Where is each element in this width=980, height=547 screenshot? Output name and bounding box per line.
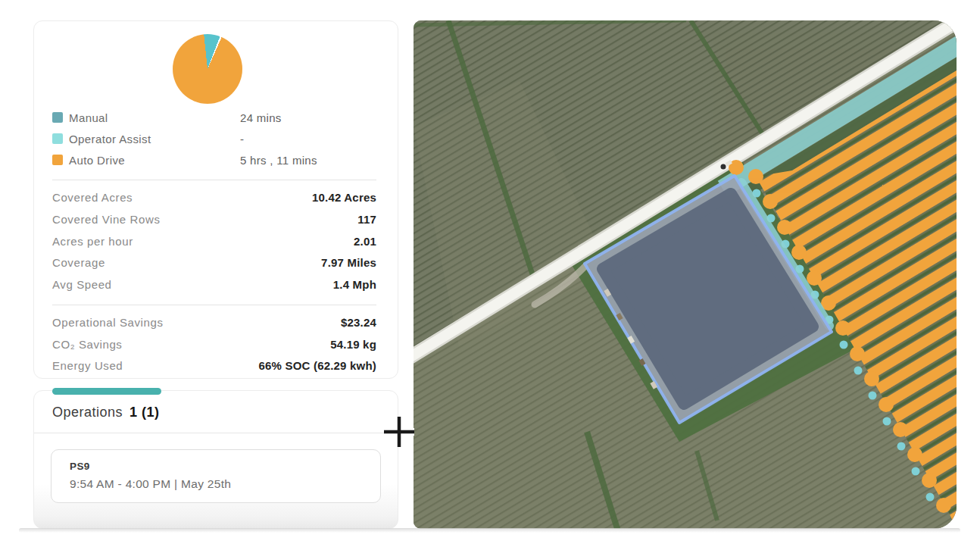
legend-swatch-auto-drive <box>52 155 63 165</box>
operations-panel: Operations1 (1) PS9 9:54 AM - 4:00 PM | … <box>33 390 398 529</box>
legend-value: 24 mins <box>240 111 282 124</box>
stat-label: Energy Used <box>52 359 123 372</box>
operation-card[interactable]: PS9 9:54 AM - 4:00 PM | May 25th <box>51 449 381 503</box>
stat-value: 7.97 Miles <box>321 256 376 269</box>
stat-label: Coverage <box>52 256 105 269</box>
divider <box>52 305 376 305</box>
satellite-map <box>414 20 957 529</box>
legend-swatch-manual <box>52 112 63 123</box>
legend-value: - <box>240 133 244 145</box>
stat-value: 66% SOC (62.29 kwh) <box>258 359 376 372</box>
stat-row-energy-used: Energy Used 66% SOC (62.29 kwh) <box>34 359 398 374</box>
stat-value: 2.01 <box>354 235 376 248</box>
stat-row-covered-acres: Covered Acres 10.42 Acres <box>34 191 398 206</box>
stat-row-co2-savings: CO₂ Savings 54.19 kg <box>34 338 398 353</box>
stat-value: 1.4 Mph <box>333 278 376 291</box>
legend-item-manual: Manual 24 mins <box>34 110 398 127</box>
stat-row-covered-vine-rows: Covered Vine Rows 117 <box>34 213 398 228</box>
operation-schedule: 9:54 AM - 4:00 PM | May 25th <box>70 477 231 491</box>
stat-row-operational-savings: Operational Savings $23.24 <box>34 316 398 331</box>
divider <box>34 433 398 433</box>
operations-count: 1 (1) <box>130 405 160 420</box>
stat-row-coverage: Coverage 7.97 Miles <box>34 256 398 271</box>
drive-mode-pie-chart <box>173 34 242 104</box>
operation-name: PS9 <box>70 461 90 472</box>
legend-label: Operator Assist <box>69 133 151 145</box>
legend-swatch-operator-assist <box>52 133 63 144</box>
stat-label: Acres per hour <box>52 235 133 248</box>
legend-label: Auto Drive <box>69 154 125 167</box>
stat-row-avg-speed: Avg Speed 1.4 Mph <box>34 278 398 293</box>
legend-value: 5 hrs , 11 mins <box>240 154 317 167</box>
window-bottom-edge <box>19 528 960 533</box>
divider <box>52 180 376 180</box>
stat-label: Avg Speed <box>52 278 112 291</box>
stat-label: Operational Savings <box>52 316 163 329</box>
stat-label: CO₂ Savings <box>52 338 122 351</box>
stat-label: Covered Acres <box>52 191 133 204</box>
summary-panel: Manual 24 mins Operator Assist - Auto Dr… <box>33 20 398 379</box>
map-view[interactable] <box>414 20 957 529</box>
stat-label: Covered Vine Rows <box>52 213 161 226</box>
operations-header: Operations1 (1) <box>52 405 160 420</box>
legend-label: Manual <box>69 111 108 124</box>
stat-value: 10.42 Acres <box>312 191 376 204</box>
active-tab-indicator <box>52 388 161 395</box>
stat-value: 117 <box>357 213 376 226</box>
stat-value: 54.19 kg <box>330 338 376 351</box>
legend-item-auto-drive: Auto Drive 5 hrs , 11 mins <box>34 152 398 169</box>
operations-title: Operations <box>52 405 123 420</box>
stat-value: $23.24 <box>341 316 376 329</box>
stat-row-acres-per-hour: Acres per hour 2.01 <box>34 235 398 250</box>
legend-item-operator-assist: Operator Assist - <box>34 131 398 148</box>
